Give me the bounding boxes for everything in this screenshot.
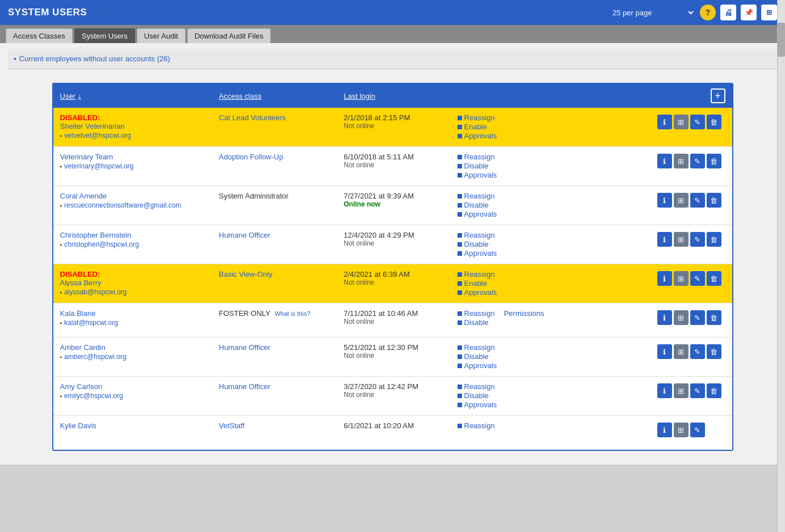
access-class-link[interactable]: Humane Officer [219,343,271,352]
edit-button[interactable]: ✎ [690,115,705,129]
edit-button[interactable]: ✎ [690,310,705,325]
user-name-link[interactable]: Coral Amende [60,192,219,200]
reassign-link[interactable]: Reassign [464,421,495,430]
enable-link[interactable]: Enable [464,279,487,288]
email-link[interactable]: kalaf@hspcwi.org [64,319,118,327]
tab-access-classes[interactable]: Access Classes [6,28,73,43]
approvals-link[interactable]: Approvals [464,171,497,179]
access-cell: Humane Officer [219,343,344,352]
access-class-link[interactable]: Cat Lead Volunteers [219,113,286,122]
reassign-link[interactable]: Reassign [464,309,495,318]
approvals-link[interactable]: Approvals [464,361,497,370]
edit-button[interactable]: ✎ [690,271,705,286]
grid-button[interactable]: ⊞ [674,383,689,398]
grid-button[interactable]: ⊞ [674,423,689,437]
help-button[interactable]: ? [700,5,716,20]
tab-user-audit[interactable]: User Audit [137,28,186,43]
approvals-link[interactable]: Approvals [464,210,497,218]
edit-button[interactable]: ✎ [690,344,705,359]
user-name-link[interactable]: Alyssa Berry [60,278,219,287]
approvals-link[interactable]: Approvals [464,249,497,257]
user-name-link[interactable]: Veterinary Team [60,153,219,161]
disable-link[interactable]: Disable [464,391,489,400]
edit-button[interactable]: ✎ [690,154,705,168]
email-link[interactable]: rescueconnectionsoftware@gmail.com [64,201,181,209]
info-button[interactable]: ℹ [657,383,672,398]
apps-button[interactable]: ⊞ [761,5,777,20]
reassign-link[interactable]: Reassign [464,343,495,352]
pin-button[interactable]: 📌 [741,5,757,20]
disable-link[interactable]: Disable [464,352,489,361]
info-button[interactable]: ℹ [657,271,672,286]
reassign-link[interactable]: Reassign [464,113,495,122]
delete-button[interactable]: 🗑 [707,193,721,208]
email-link[interactable]: amberc@hspcwi.org [64,353,127,361]
grid-button[interactable]: ⊞ [674,310,689,325]
grid-button[interactable]: ⊞ [674,115,689,129]
delete-button[interactable]: 🗑 [707,383,721,398]
info-button[interactable]: ℹ [657,154,672,168]
delete-button[interactable]: 🗑 [707,232,721,247]
email-link[interactable]: emilyc@hspcwi.org [64,392,123,400]
email-link[interactable]: veterinary@hspcwi.org [64,162,133,170]
delete-button[interactable]: 🗑 [707,271,721,286]
info-button[interactable]: ℹ [657,344,672,359]
info-button[interactable]: ℹ [657,232,672,247]
grid-button[interactable]: ⊞ [674,271,689,286]
edit-button[interactable]: ✎ [690,423,705,437]
scrollbar[interactable] [777,0,785,532]
delete-button[interactable]: 🗑 [707,115,721,129]
edit-button[interactable]: ✎ [690,383,705,398]
scrollbar-thumb[interactable] [778,23,785,57]
email-link[interactable]: alyssab@hspcwi.org [64,288,127,296]
enable-link[interactable]: Enable [464,123,487,131]
notice-link[interactable]: Current employees without user accounts … [14,52,771,65]
user-name-link[interactable]: Kylie Davis [60,421,219,430]
grid-button[interactable]: ⊞ [674,232,689,247]
reassign-link[interactable]: Reassign [464,382,495,391]
edit-button[interactable]: ✎ [690,232,705,247]
email-link[interactable]: vetvetvet@hspcwi.org [64,132,131,140]
print-button[interactable]: 🖨 [720,5,736,20]
delete-button[interactable]: 🗑 [707,154,721,168]
user-name-link[interactable]: Christopher Bernstein [60,231,219,239]
info-button[interactable]: ℹ [657,423,672,437]
reassign-link[interactable]: Reassign [464,192,495,200]
tab-system-users[interactable]: System Users [74,28,135,43]
what-is-this-link[interactable]: What is this? [275,310,310,317]
access-class-link[interactable]: Humane Officer [219,231,271,239]
disable-link[interactable]: Disable [464,318,489,327]
action-bullet-icon [457,203,462,208]
access-class-link[interactable]: Humane Officer [219,382,271,391]
grid-button[interactable]: ⊞ [674,193,689,208]
delete-button[interactable]: 🗑 [707,310,721,325]
grid-button[interactable]: ⊞ [674,344,689,359]
reassign-link[interactable]: Reassign [464,270,495,278]
disable-link[interactable]: Disable [464,201,489,209]
user-name-link[interactable]: Shelter Veterinarian [60,122,219,130]
access-class-link[interactable]: Adoption Follow-Up [219,153,283,161]
tab-download-audit[interactable]: Download Audit Files [187,28,271,43]
user-name-link[interactable]: Kala Blane [60,309,219,318]
approvals-link[interactable]: Approvals [464,288,497,297]
access-class-link[interactable]: Basic View-Only [219,270,272,278]
info-button[interactable]: ℹ [657,193,672,208]
permissions-link[interactable]: Permissions [504,309,544,318]
access-class-link[interactable]: VetStaff [219,421,245,430]
approvals-link[interactable]: Approvals [464,400,497,409]
disable-link[interactable]: Disable [464,162,489,170]
info-button[interactable]: ℹ [657,115,672,129]
user-name-link[interactable]: Amy Carlson [60,382,219,391]
reassign-link[interactable]: Reassign [464,153,495,161]
display-per-page-select[interactable]: Display: 25 per page ▾ 10 per page 25 pe… [610,8,695,18]
email-link[interactable]: christopherl@hspcwi.org [64,240,139,248]
disable-link[interactable]: Disable [464,240,489,248]
edit-button[interactable]: ✎ [690,193,705,208]
grid-button[interactable]: ⊞ [674,154,689,168]
info-button[interactable]: ℹ [657,310,672,325]
reassign-link[interactable]: Reassign [464,231,495,239]
delete-button[interactable]: 🗑 [707,344,721,359]
add-user-button[interactable]: + [711,88,725,103]
user-name-link[interactable]: Amber Cardin [60,343,219,352]
approvals-link[interactable]: Approvals [464,132,497,140]
